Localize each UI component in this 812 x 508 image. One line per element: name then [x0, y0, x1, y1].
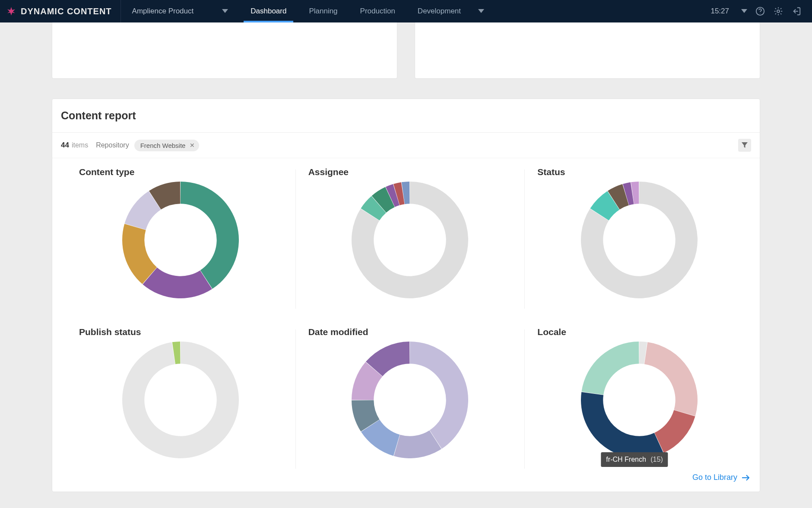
chart-publish-status: Publish status — [66, 327, 295, 471]
chart-title: Date modified — [308, 327, 512, 337]
tab-label: Production — [360, 7, 395, 16]
empty-card-right — [415, 22, 760, 79]
donut-slice[interactable] — [581, 342, 639, 395]
chevron-down-icon — [478, 9, 484, 13]
donut-publish-status[interactable] — [79, 342, 282, 458]
chart-locale: Locale fr-CH French (15) — [524, 327, 754, 471]
tab-production[interactable]: Production — [349, 0, 406, 22]
chevron-down-icon — [741, 9, 747, 13]
filter-facet-label: Repository — [96, 141, 129, 149]
chart-title: Locale — [537, 327, 741, 337]
donut-locale[interactable] — [537, 342, 741, 458]
brand-logo-icon — [6, 6, 16, 16]
settings-gear-icon[interactable] — [773, 6, 783, 16]
item-label: items — [72, 141, 88, 149]
svg-marker-3 — [741, 9, 747, 13]
help-icon[interactable] — [755, 6, 765, 16]
donut-date-modified[interactable] — [308, 342, 512, 458]
filter-chip-repository[interactable]: French Website ✕ — [134, 140, 200, 151]
logout-icon[interactable] — [791, 6, 802, 16]
topbar: DYNAMIC CONTENT Amplience Product Dashbo… — [0, 0, 812, 22]
hub-selector[interactable]: Amplience Product — [121, 0, 240, 22]
go-to-library-link[interactable]: Go to Library — [692, 473, 749, 482]
donut-slice[interactable] — [654, 410, 695, 453]
chip-remove-icon[interactable]: ✕ — [190, 142, 195, 149]
brand-name: DYNAMIC CONTENT — [21, 6, 112, 16]
chart-title: Content type — [79, 167, 282, 177]
report-header: Content report — [52, 99, 760, 133]
donut-assignee[interactable] — [308, 182, 512, 298]
chart-status: Status — [524, 167, 754, 311]
donut-slice[interactable] — [122, 342, 239, 458]
report-footer: Go to Library — [52, 473, 760, 492]
donut-content-type[interactable] — [79, 182, 282, 298]
tab-planning[interactable]: Planning — [298, 0, 349, 22]
chip-label: French Website — [140, 142, 186, 149]
chart-content-type: Content type — [66, 167, 295, 311]
charts-grid: Content type Assignee Status — [52, 158, 760, 480]
nav-tabs: Dashboard Planning Production Developmen… — [239, 0, 495, 22]
content-report-card: Content report 44 items Repository Frenc… — [52, 99, 760, 492]
donut-slice[interactable] — [581, 392, 663, 458]
donut-slice[interactable] — [181, 182, 239, 289]
top-cards-row — [0, 22, 812, 79]
filter-icon — [742, 142, 748, 148]
tab-label: Development — [418, 7, 461, 16]
chart-assignee: Assignee — [295, 167, 525, 311]
filter-button[interactable] — [738, 139, 751, 152]
tab-label: Dashboard — [251, 7, 286, 16]
link-label: Go to Library — [692, 473, 737, 482]
chart-title: Assignee — [308, 167, 512, 177]
chart-tooltip: fr-CH French (15) — [601, 452, 668, 467]
donut-slice[interactable] — [410, 342, 468, 449]
donut-slice[interactable] — [644, 342, 698, 416]
chart-title: Publish status — [79, 327, 282, 337]
svg-marker-2 — [478, 9, 484, 13]
svg-marker-0 — [7, 7, 15, 16]
chevron-down-icon — [222, 9, 228, 13]
arrow-right-icon — [742, 475, 749, 481]
empty-card-left — [52, 22, 397, 79]
tooltip-label: fr-CH French — [606, 456, 646, 463]
tab-label: Planning — [309, 7, 337, 16]
filter-row: 44 items Repository French Website ✕ — [52, 133, 760, 158]
time-value: 15:27 — [710, 7, 729, 16]
donut-status[interactable] — [537, 182, 741, 298]
hub-name: Amplience Product — [132, 7, 194, 16]
tooltip-count: (15) — [650, 456, 663, 463]
brand-block: DYNAMIC CONTENT — [0, 0, 121, 22]
tab-dashboard[interactable]: Dashboard — [239, 0, 298, 22]
svg-marker-7 — [742, 142, 748, 148]
time-selector[interactable]: 15:27 — [710, 7, 747, 16]
svg-point-6 — [777, 10, 780, 13]
chart-title: Status — [537, 167, 741, 177]
chart-date-modified: Date modified — [295, 327, 525, 471]
report-title: Content report — [61, 109, 751, 122]
topbar-right: 15:27 — [710, 0, 812, 22]
svg-marker-1 — [222, 9, 228, 13]
svg-point-5 — [760, 13, 760, 13]
tab-development[interactable]: Development — [406, 0, 495, 22]
item-count: 44 — [61, 141, 69, 150]
